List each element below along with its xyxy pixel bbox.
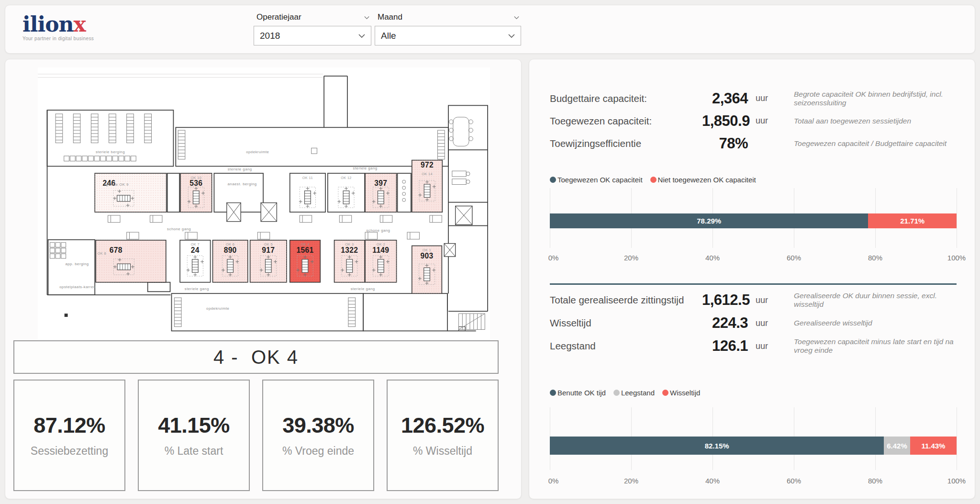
header-bar: ilionx Your partner in digital business …: [5, 5, 975, 54]
kpi-value: 39.38%: [282, 413, 354, 438]
plan-area-label: steriele gang: [351, 287, 375, 291]
x-tick: 100%: [947, 254, 966, 262]
kpi-card: 39.38%% Vroeg einde: [262, 380, 374, 491]
room-ok-14[interactable]: OK 14972: [412, 160, 443, 212]
realized-row: Totale gerealiseerde zittingstijd1,612.5…: [550, 289, 957, 312]
bar-segment[interactable]: 21.71%: [868, 213, 957, 228]
x-tick: 100%: [947, 477, 966, 485]
capacity-unit: uur: [748, 93, 786, 103]
chevron-down-icon[interactable]: [514, 16, 519, 19]
plan-area-label: anaest. berging: [228, 182, 257, 186]
capacity-unit: uur: [748, 116, 786, 126]
bar-value-label: 82.15%: [705, 442, 729, 450]
kpi-label: % Late start: [165, 445, 223, 458]
legend-label: Toegewezen OK capaciteit: [557, 176, 643, 184]
logo-tagline: Your partner in digital business: [22, 36, 118, 41]
plan-area-label: steriele gang: [185, 287, 209, 291]
logo-text: ilionx: [22, 14, 118, 35]
room-ok-10[interactable]: OK 10536: [180, 173, 212, 212]
room-ok-12[interactable]: OK 12: [328, 173, 365, 212]
slicer-operatiejaar-value: 2018: [260, 31, 280, 41]
bar-value-label: 21.71%: [900, 217, 924, 225]
capacity-value: 2,364: [702, 90, 748, 107]
capacity-rows: Budgettaire capaciteit:2,364uurBegrote c…: [550, 87, 957, 155]
room-name-label: OK 12: [341, 176, 352, 180]
x-axis: 0%20%40%60%80%100%: [550, 477, 957, 485]
x-axis: 0%20%40%60%80%100%: [550, 254, 957, 262]
utilization-chart: Benutte OK tijdLeegstandWisseltijd82.15%…: [550, 389, 957, 485]
room-ok-6[interactable]: OK 6890: [212, 240, 247, 282]
selected-room-title-box: 4 - OK 4: [13, 340, 499, 374]
room-value-label: 678: [110, 246, 122, 254]
room-name-label: OK 11: [302, 176, 313, 180]
logo-accent: x: [73, 12, 85, 36]
legend-item[interactable]: Benutte OK tijd: [550, 389, 606, 397]
plan-area-label: steriele berging: [96, 150, 125, 154]
legend-label: Wisseltijd: [670, 389, 700, 397]
room-name-label: OK 14: [422, 172, 433, 176]
capacity-row: Toewijzingsefficientie78%Toegewezen capa…: [550, 132, 957, 155]
capacity-note: Begrote capaciteit OK binnen bedrijfstij…: [786, 90, 957, 107]
legend-item[interactable]: Niet toegewezen OK capaciteit: [650, 176, 756, 184]
slicer-operatiejaar-header[interactable]: Operatiejaar: [254, 11, 371, 23]
legend-item[interactable]: Leegstand: [613, 389, 655, 397]
x-tick: 40%: [705, 477, 720, 485]
room-ok-1[interactable]: OK 1903: [412, 246, 442, 294]
legend-dot-icon: [550, 177, 556, 183]
capacity-value: 78%: [702, 135, 748, 152]
x-tick: 80%: [868, 477, 882, 485]
kpi-card: 41.15%% Late start: [138, 380, 250, 491]
x-tick: 60%: [787, 254, 801, 262]
legend-item[interactable]: Toegewezen OK capaciteit: [550, 176, 643, 184]
bar-value-label: 6.42%: [887, 442, 907, 450]
legend-label: Benutte OK tijd: [557, 389, 606, 397]
room-ok-8[interactable]: OK 8678: [96, 240, 166, 282]
room-ok-11[interactable]: OK 11: [290, 173, 325, 212]
realized-note: Toegewezen capaciteit minus late start e…: [786, 337, 957, 355]
capacity-label: Toewijzingsefficientie: [550, 138, 702, 149]
slicer-maand-dropdown[interactable]: Alle: [375, 26, 521, 45]
capacity-row: Budgettaire capaciteit:2,364uurBegrote c…: [550, 87, 957, 110]
plan-area-label: opdekruimte: [206, 306, 229, 311]
legend-dot-icon: [613, 390, 620, 396]
slicer-operatiejaar-label: Operatiejaar: [256, 12, 301, 22]
bar-segment[interactable]: 6.42%: [884, 437, 910, 455]
plan-area-label: schone gang: [167, 227, 191, 231]
chevron-down-icon[interactable]: [364, 16, 369, 19]
room-value-label: 890: [224, 246, 237, 254]
kpi-label: % Wisseltijd: [413, 445, 472, 458]
room-ok-5[interactable]: OK 5917: [250, 240, 287, 282]
kpi-label: % Vroeg einde: [282, 445, 354, 458]
legend-item[interactable]: Wisseltijd: [662, 389, 700, 397]
x-tick: 0%: [548, 254, 559, 262]
room-ok-4[interactable]: OK 41561: [290, 240, 321, 282]
room-ok-3[interactable]: OK 31322: [334, 240, 365, 282]
kpi-value: 41.15%: [158, 413, 230, 438]
capacity-label: Toegewezen capaciteit:: [550, 115, 702, 127]
plan-area-label: app. berging: [65, 262, 89, 266]
kpi-label: Sessiebezetting: [31, 445, 108, 458]
bar-segment[interactable]: 78.29%: [550, 213, 868, 228]
realized-rows: Totale gerealiseerde zittingstijd1,612.5…: [550, 289, 957, 358]
x-tick: 80%: [868, 254, 882, 262]
bar-segment[interactable]: 82.15%: [550, 437, 884, 455]
room-397[interactable]: 397: [365, 173, 396, 212]
plan-area-label: steriele gang: [353, 166, 378, 170]
chevron-down-icon: [358, 34, 365, 38]
gridline: [957, 188, 957, 248]
ilionx-logo: ilionx Your partner in digital business: [22, 14, 118, 41]
slicer-operatiejaar-dropdown[interactable]: 2018: [254, 26, 371, 45]
capacity-chart: Toegewezen OK capaciteitNiet toegewezen …: [550, 176, 957, 262]
capacity-note: Toegewezen capaciteit / Budgettaire capa…: [786, 139, 957, 148]
slicer-maand-header[interactable]: Maand: [375, 11, 521, 23]
bar-segment[interactable]: 11.43%: [910, 437, 957, 455]
room-value-label: 1149: [372, 246, 389, 254]
room-246[interactable]: 246: [95, 173, 167, 212]
realized-label: Wisseltijd: [550, 317, 702, 329]
room-ok-7[interactable]: OK 724: [180, 240, 211, 282]
chart-legend: Toegewezen OK capaciteitNiet toegewezen …: [550, 176, 957, 184]
realized-unit: uur: [748, 295, 786, 305]
room-ok-2[interactable]: OK 21149: [365, 240, 396, 282]
floorplan-panel: 246OK 10536OK 11OK 12397OK 14972OK 8678O…: [5, 59, 522, 499]
room-value-label: 1561: [297, 246, 314, 254]
